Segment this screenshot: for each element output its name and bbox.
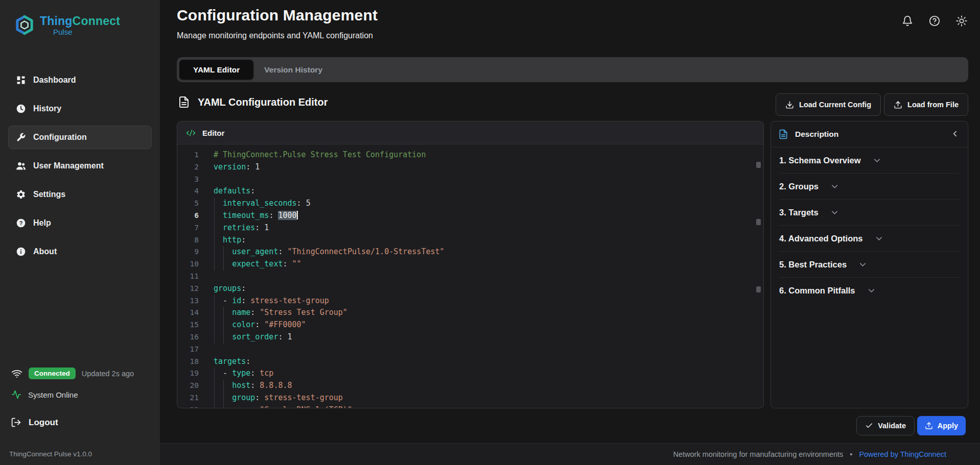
sidebar-item-configuration[interactable]: Configuration bbox=[8, 126, 152, 149]
description-panel: Description 1. Schema Overview2. Groups3… bbox=[771, 121, 968, 408]
main-content: Configuration Management Manage monitori… bbox=[160, 0, 980, 465]
sidebar-item-label: Help bbox=[33, 218, 51, 228]
selected-text: 1000 bbox=[278, 211, 296, 220]
sidebar-item-settings[interactable]: Settings bbox=[8, 183, 152, 206]
code-text: version: 1 bbox=[214, 161, 260, 174]
header-actions bbox=[901, 15, 968, 28]
code-line: 21 group: stress-test-group bbox=[177, 392, 756, 404]
accordion-item-common-pitfalls[interactable]: 6. Common Pitfalls bbox=[779, 278, 960, 304]
code-line: 9 user_agent: "ThingConnectPulse/1.0-Str… bbox=[177, 246, 756, 258]
scrollbar-mark bbox=[756, 162, 761, 168]
line-number: 16 bbox=[177, 331, 199, 344]
history-icon bbox=[16, 104, 26, 114]
code-line: 5 interval_seconds: 5 bbox=[177, 198, 756, 210]
code-text: sort_order: 1 bbox=[214, 331, 292, 344]
code-line: 1# ThingConnect.Pulse Stress Test Config… bbox=[177, 149, 756, 161]
code-text: retries: 1 bbox=[214, 222, 269, 234]
line-number: 21 bbox=[177, 392, 199, 404]
footer: Network monitoring for manufacturing env… bbox=[160, 443, 980, 465]
sun-icon bbox=[956, 15, 967, 27]
line-number: 9 bbox=[177, 246, 199, 258]
code-text: host: 8.8.8.8 bbox=[214, 380, 292, 392]
line-number: 14 bbox=[177, 307, 199, 319]
line-number: 1 bbox=[177, 149, 199, 161]
tab-version-history[interactable]: Version History bbox=[264, 65, 322, 75]
code-text: interval_seconds: 5 bbox=[214, 198, 311, 210]
sidebar-item-label: Settings bbox=[33, 190, 65, 199]
accordion-item-schema-overview[interactable]: 1. Schema Overview bbox=[779, 148, 960, 174]
code-line: 18targets: bbox=[177, 356, 756, 368]
download-icon bbox=[785, 101, 794, 109]
line-number: 4 bbox=[177, 185, 199, 198]
logout-button[interactable]: Logout bbox=[11, 417, 58, 428]
sidebar-item-dashboard[interactable]: Dashboard bbox=[8, 68, 152, 92]
sidebar-nav: DashboardHistoryConfigurationUser Manage… bbox=[8, 68, 152, 268]
sidebar-item-user-management[interactable]: User Management bbox=[8, 154, 152, 178]
collapse-panel-button[interactable] bbox=[949, 129, 961, 140]
tab-bar: YAML EditorVersion History bbox=[177, 57, 968, 82]
code-line: 2version: 1 bbox=[177, 161, 756, 174]
brand-name: ThingConnect bbox=[40, 14, 120, 28]
hexagon-logo-icon bbox=[14, 14, 35, 36]
code-line: 7 retries: 1 bbox=[177, 222, 756, 234]
app-version: ThingConnect Pulse v1.0.0 bbox=[9, 450, 92, 458]
line-number: 15 bbox=[177, 319, 199, 331]
code-editor-area[interactable]: 1# ThingConnect.Pulse Stress Test Config… bbox=[177, 144, 763, 408]
validate-button[interactable]: Validate bbox=[856, 416, 915, 435]
dashboard-icon bbox=[16, 75, 26, 85]
apply-button[interactable]: Apply bbox=[917, 416, 966, 435]
sidebar-item-about[interactable]: About bbox=[8, 240, 152, 263]
line-number: 22 bbox=[177, 404, 199, 408]
chevron-down-icon bbox=[867, 286, 876, 296]
sidebar-item-history[interactable]: History bbox=[8, 97, 152, 120]
help-icon: ? bbox=[16, 218, 26, 228]
editor-panel-header: Editor bbox=[177, 121, 763, 144]
code-line: 3 bbox=[177, 174, 756, 186]
description-accordion: 1. Schema Overview2. Groups3. Targets4. … bbox=[771, 148, 968, 304]
sidebar-item-label: History bbox=[33, 104, 61, 113]
accordion-item-label: 5. Best Practices bbox=[779, 260, 847, 270]
tab-yaml-editor[interactable]: YAML Editor bbox=[179, 60, 253, 80]
accordion-item-label: 2. Groups bbox=[779, 182, 819, 191]
help-button[interactable] bbox=[928, 15, 941, 28]
code-line: 6 timeout_ms: 1000 bbox=[177, 210, 756, 222]
powered-by-link[interactable]: Powered by ThingConnect bbox=[859, 450, 946, 458]
code-line: 20 host: 8.8.8.8 bbox=[177, 380, 756, 392]
sidebar-item-label: Dashboard bbox=[33, 76, 76, 85]
code-text: group: stress-test-group bbox=[214, 392, 343, 404]
line-number: 3 bbox=[177, 174, 199, 186]
yaml-editor-panel: Editor 1# ThingConnect.Pulse Stress Test… bbox=[177, 121, 764, 408]
code-line: 4defaults: bbox=[177, 185, 756, 198]
line-number: 12 bbox=[177, 283, 199, 295]
accordion-item-advanced-options[interactable]: 4. Advanced Options bbox=[779, 226, 960, 252]
file-text-icon bbox=[178, 96, 190, 108]
theme-toggle-button[interactable] bbox=[955, 15, 968, 28]
accordion-item-targets[interactable]: 3. Targets bbox=[779, 200, 960, 226]
chevron-left-icon bbox=[950, 129, 960, 138]
accordion-item-groups[interactable]: 2. Groups bbox=[779, 174, 960, 200]
code-text: # ThingConnect.Pulse Stress Test Configu… bbox=[214, 149, 426, 161]
sidebar-item-help[interactable]: ?Help bbox=[8, 211, 152, 235]
load-current-config-button[interactable]: Load Current Config bbox=[776, 93, 881, 116]
footer-tagline: Network monitoring for manufacturing env… bbox=[673, 450, 843, 458]
sidebar-item-label: Configuration bbox=[33, 133, 87, 142]
code-line: 12groups: bbox=[177, 283, 756, 295]
system-status: System Online bbox=[11, 389, 78, 400]
accordion-item-best-practices[interactable]: 5. Best Practices bbox=[779, 252, 960, 278]
notifications-button[interactable] bbox=[901, 15, 914, 28]
line-number: 7 bbox=[177, 222, 199, 234]
last-updated-text: Updated 2s ago bbox=[82, 370, 134, 378]
code-text: name: "Stress Test Group" bbox=[214, 307, 347, 319]
line-number: 19 bbox=[177, 368, 199, 380]
load-from-file-button[interactable]: Load from File bbox=[884, 93, 968, 116]
code-icon bbox=[186, 128, 196, 138]
accordion-item-label: 4. Advanced Options bbox=[779, 234, 863, 243]
section-title: YAML Configuration Editor bbox=[178, 96, 328, 108]
code-text: expect_text: "" bbox=[214, 258, 301, 271]
line-number: 2 bbox=[177, 161, 199, 174]
users-icon bbox=[16, 161, 26, 171]
code-line: 17 bbox=[177, 344, 756, 356]
code-text: defaults: bbox=[214, 185, 255, 198]
code-line: 8 http: bbox=[177, 234, 756, 247]
code-line: 16 sort_order: 1 bbox=[177, 331, 756, 344]
